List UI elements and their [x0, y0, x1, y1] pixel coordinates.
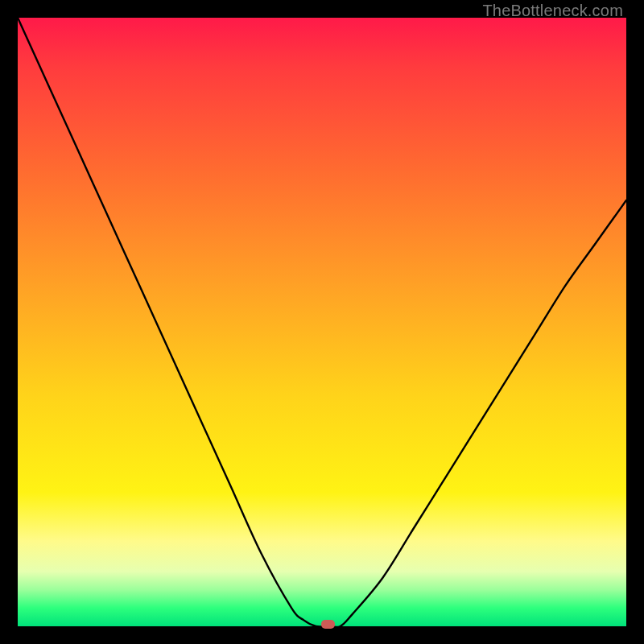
- plot-area: [18, 18, 626, 626]
- bottleneck-curve: [18, 18, 626, 626]
- chart-frame: TheBottleneck.com: [0, 0, 644, 644]
- curve-path: [18, 18, 626, 627]
- optimum-marker: [321, 620, 335, 629]
